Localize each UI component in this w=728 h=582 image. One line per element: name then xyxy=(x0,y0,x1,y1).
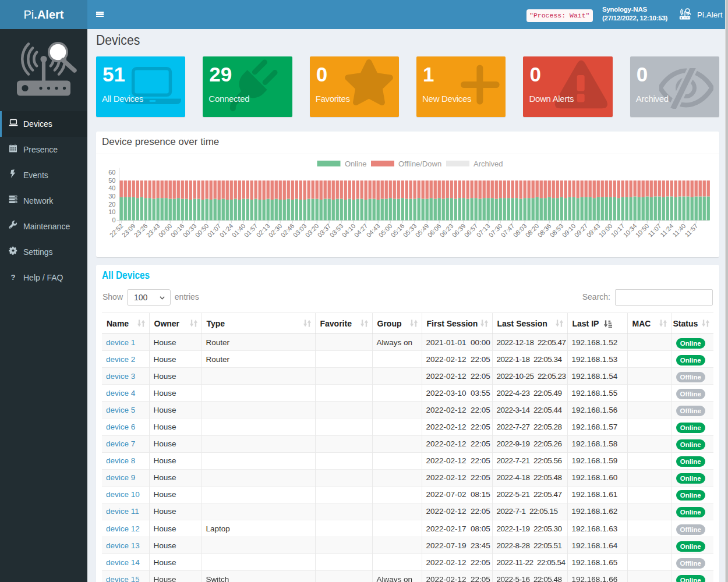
svg-text:07:47: 07:47 xyxy=(500,222,516,239)
svg-text:10:00: 10:00 xyxy=(598,222,614,239)
svg-text:04:43: 04:43 xyxy=(365,222,381,239)
svg-text:05:00: 05:00 xyxy=(377,222,394,239)
svg-text:01:40: 01:40 xyxy=(231,222,247,239)
svg-text:Online: Online xyxy=(345,159,367,168)
svg-text:00:50: 00:50 xyxy=(194,222,210,239)
svg-text:03:03: 03:03 xyxy=(292,222,308,239)
svg-text:50: 50 xyxy=(108,177,115,184)
svg-text:01:24: 01:24 xyxy=(218,222,235,239)
svg-text:22:52: 22:52 xyxy=(108,222,125,239)
svg-text:09:27: 09:27 xyxy=(573,222,589,239)
svg-text:08:53: 08:53 xyxy=(549,222,565,239)
svg-text:11:07: 11:07 xyxy=(646,222,662,238)
svg-text:00:00: 00:00 xyxy=(157,222,174,239)
svg-text:10: 10 xyxy=(108,208,115,215)
svg-text:06:57: 06:57 xyxy=(463,222,479,239)
svg-text:09:43: 09:43 xyxy=(585,222,602,239)
svg-text:03:20: 03:20 xyxy=(304,222,320,239)
svg-text:08:03: 08:03 xyxy=(512,222,528,239)
svg-text:00:16: 00:16 xyxy=(169,222,186,239)
svg-text:11:40: 11:40 xyxy=(671,222,687,238)
svg-text:10:17: 10:17 xyxy=(610,222,626,239)
svg-text:07:30: 07:30 xyxy=(487,222,504,239)
svg-text:Offline/Down: Offline/Down xyxy=(398,159,441,168)
svg-text:02:13: 02:13 xyxy=(255,222,271,239)
svg-text:03:37: 03:37 xyxy=(316,222,333,239)
svg-text:06:23: 06:23 xyxy=(439,222,455,239)
svg-text:08:20: 08:20 xyxy=(524,222,540,239)
svg-text:04:10: 04:10 xyxy=(341,222,357,239)
svg-text:08:36: 08:36 xyxy=(536,222,553,239)
svg-text:23:43: 23:43 xyxy=(145,222,161,239)
svg-text:00:33: 00:33 xyxy=(182,222,198,239)
svg-text:60: 60 xyxy=(108,169,115,176)
svg-text:01:07: 01:07 xyxy=(206,222,222,239)
svg-text:05:33: 05:33 xyxy=(402,222,418,239)
svg-text:23:09: 23:09 xyxy=(121,222,137,239)
svg-text:10:34: 10:34 xyxy=(622,222,638,239)
svg-text:06:06: 06:06 xyxy=(426,222,443,239)
svg-text:01:57: 01:57 xyxy=(243,222,259,239)
svg-text:Archived: Archived xyxy=(473,159,503,168)
svg-text:02:46: 02:46 xyxy=(280,222,296,239)
svg-text:02:30: 02:30 xyxy=(267,222,284,239)
svg-text:30: 30 xyxy=(108,193,115,200)
svg-text:11:24: 11:24 xyxy=(659,222,674,238)
svg-text:04:27: 04:27 xyxy=(353,222,369,239)
svg-text:40: 40 xyxy=(108,184,115,191)
svg-text:20: 20 xyxy=(108,201,115,208)
svg-text:05:49: 05:49 xyxy=(414,222,430,239)
svg-text:11:57: 11:57 xyxy=(683,222,699,238)
svg-text:09:10: 09:10 xyxy=(561,222,577,239)
svg-text:06:39: 06:39 xyxy=(451,222,467,239)
svg-text:10:50: 10:50 xyxy=(634,222,651,239)
svg-text:03:53: 03:53 xyxy=(328,222,345,239)
svg-text:0: 0 xyxy=(112,217,115,223)
svg-text:07:13: 07:13 xyxy=(475,222,492,239)
svg-text:05:16: 05:16 xyxy=(390,222,406,239)
svg-text:23:26: 23:26 xyxy=(133,222,149,239)
